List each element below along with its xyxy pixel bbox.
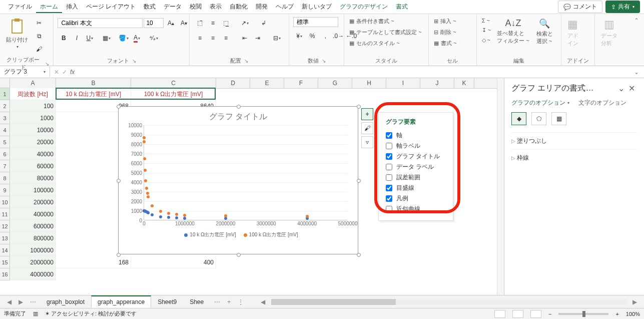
format-pane-options-icon[interactable]: ⌄: [616, 84, 626, 93]
indent-decrease-icon[interactable]: ⇤: [239, 32, 251, 44]
fill-section[interactable]: 塗りつぶし: [511, 132, 637, 149]
number-format-select[interactable]: [293, 17, 338, 27]
chart-element-checkbox[interactable]: [386, 185, 392, 191]
number-dialog-launcher[interactable]: ↘: [322, 58, 326, 64]
align-top-icon[interactable]: ⬚̄: [194, 17, 206, 29]
insert-cells-button[interactable]: ⊞挿入 ~: [433, 17, 457, 26]
row-header-8[interactable]: 8: [0, 172, 10, 184]
col-header-D[interactable]: D: [216, 78, 250, 88]
data-cell[interactable]: 600000: [10, 220, 56, 232]
col-header-K[interactable]: K: [454, 78, 474, 88]
select-all-corner[interactable]: [0, 78, 10, 88]
chart-filters-button[interactable]: ▿: [361, 136, 373, 148]
chart-point[interactable]: [183, 214, 186, 217]
menu-自動化[interactable]: 自動化: [226, 1, 252, 12]
chart-options-tab[interactable]: グラフのオプション ▾: [511, 99, 569, 107]
col-header-G[interactable]: G: [318, 78, 352, 88]
horizontal-scrollbar[interactable]: [271, 299, 626, 305]
col-header-A[interactable]: A: [10, 78, 56, 88]
chart-element-目盛線[interactable]: 目盛線: [386, 183, 446, 193]
menu-表示[interactable]: 表示: [206, 1, 226, 12]
data-cell[interactable]: 800000: [10, 232, 56, 244]
row-header-12[interactable]: 12: [0, 220, 10, 232]
name-box[interactable]: グラフ 3▾: [0, 67, 50, 77]
sheet-tab-graph_apperance[interactable]: graph_apperance: [91, 295, 151, 308]
chart-point[interactable]: [175, 216, 178, 219]
sheet-tab-graph_boxplot[interactable]: graph_boxplot: [40, 296, 91, 308]
wrap-text-icon[interactable]: ↲: [258, 17, 270, 29]
data-cell[interactable]: 168: [56, 256, 131, 268]
autosum-button[interactable]: Σ ~: [481, 17, 492, 24]
chart-point[interactable]: [146, 192, 149, 195]
chart-element-軸[interactable]: 軸: [386, 130, 446, 141]
border-icon[interactable]: ▦▾: [101, 32, 113, 44]
chart-point[interactable]: [159, 215, 162, 218]
chart-element-データ ラベル[interactable]: データ ラベル: [386, 162, 446, 172]
chart-element-checkbox[interactable]: [386, 132, 392, 139]
data-cell[interactable]: 4000000: [10, 268, 56, 280]
chart-element-checkbox[interactable]: [386, 153, 392, 160]
zoom-in-button[interactable]: +: [615, 311, 618, 317]
menu-書式[interactable]: 書式: [392, 1, 412, 12]
col-header-I[interactable]: I: [386, 78, 420, 88]
ribbon-collapse-icon[interactable]: ⌃: [629, 14, 644, 66]
chart-element-軸ラベル[interactable]: 軸ラベル: [386, 141, 446, 151]
row-header-9[interactable]: 9: [0, 184, 10, 196]
chart-point[interactable]: [151, 213, 154, 216]
new-sheet-button[interactable]: +: [224, 297, 234, 306]
row-header-14[interactable]: 14: [0, 244, 10, 256]
align-dialog-launcher[interactable]: ↘: [244, 58, 248, 64]
col-header-E[interactable]: E: [250, 78, 284, 88]
font-name-select[interactable]: [58, 18, 143, 28]
indent-increase-icon[interactable]: ⇥: [252, 32, 264, 44]
page-break-view-button[interactable]: [530, 310, 541, 318]
align-left-icon[interactable]: ≡: [194, 32, 206, 44]
comment-button[interactable]: 💬コメント: [558, 1, 602, 13]
vertical-scrollbar[interactable]: [497, 78, 504, 295]
menu-グラフのデザイン[interactable]: グラフのデザイン: [336, 1, 392, 12]
menu-数式[interactable]: 数式: [140, 1, 160, 12]
cut-icon[interactable]: ✂: [33, 17, 45, 29]
align-center-icon[interactable]: ≡: [207, 32, 219, 44]
chart-elements-button[interactable]: +: [361, 108, 373, 120]
align-right-icon[interactable]: ≡: [220, 32, 232, 44]
data-cell[interactable]: 400: [131, 256, 216, 268]
data-cell[interactable]: 1000: [10, 112, 56, 124]
column-headers[interactable]: ABCDEFGHIJK: [10, 78, 497, 89]
chart-point[interactable]: [167, 212, 170, 215]
fill-line-tab-icon[interactable]: ◆: [511, 112, 526, 125]
text-options-tab[interactable]: 文字のオプション: [578, 99, 626, 107]
clear-button[interactable]: ◇ ~: [481, 37, 492, 44]
font-dialog-launcher[interactable]: ↘: [132, 58, 136, 64]
header-cell[interactable]: 周波数 [Hz]: [10, 88, 56, 100]
copy-icon[interactable]: ⧉: [33, 30, 45, 42]
data-cell[interactable]: 100: [10, 100, 56, 112]
italic-icon[interactable]: I: [71, 32, 83, 44]
row-header-7[interactable]: 7: [0, 160, 10, 172]
data-cell[interactable]: 1000000: [10, 244, 56, 256]
chart-resize-handle[interactable]: [357, 105, 361, 109]
merge-icon[interactable]: ⊟▾: [271, 32, 283, 44]
formula-expand-icon[interactable]: ⌄: [629, 69, 644, 76]
addin-button[interactable]: ▦ アド イン: [565, 17, 580, 48]
data-cell[interactable]: 200000: [10, 196, 56, 208]
chart-legend[interactable]: 10 k Ω出力電圧 [mV] 100 k Ω出力電圧 [mV]: [119, 220, 358, 242]
menu-データ[interactable]: データ: [160, 1, 186, 12]
col-header-J[interactable]: J: [420, 78, 454, 88]
percent-icon[interactable]: %: [306, 30, 318, 42]
hscroll-left[interactable]: ◀: [258, 297, 268, 306]
chart-styles-button[interactable]: 🖌: [361, 122, 373, 134]
row-header-11[interactable]: 11: [0, 208, 10, 220]
chart-resize-handle[interactable]: [237, 253, 241, 257]
align-bottom-icon[interactable]: ⬚̲: [220, 17, 232, 29]
fill-color-icon[interactable]: 🪣▾: [118, 32, 130, 44]
data-cell[interactable]: 2000000: [10, 256, 56, 268]
menu-開発[interactable]: 開発: [252, 1, 272, 12]
chart-point[interactable]: [183, 217, 186, 220]
chart-element-checkbox[interactable]: [386, 143, 392, 149]
font-size-select[interactable]: [144, 18, 164, 28]
cell-styles-button[interactable]: ▦セルのスタイル ~: [348, 39, 422, 48]
row-header-4[interactable]: 4: [0, 124, 10, 136]
tab-overflow[interactable]: ⋯: [211, 297, 223, 306]
chart-element-checkbox[interactable]: [386, 206, 392, 212]
